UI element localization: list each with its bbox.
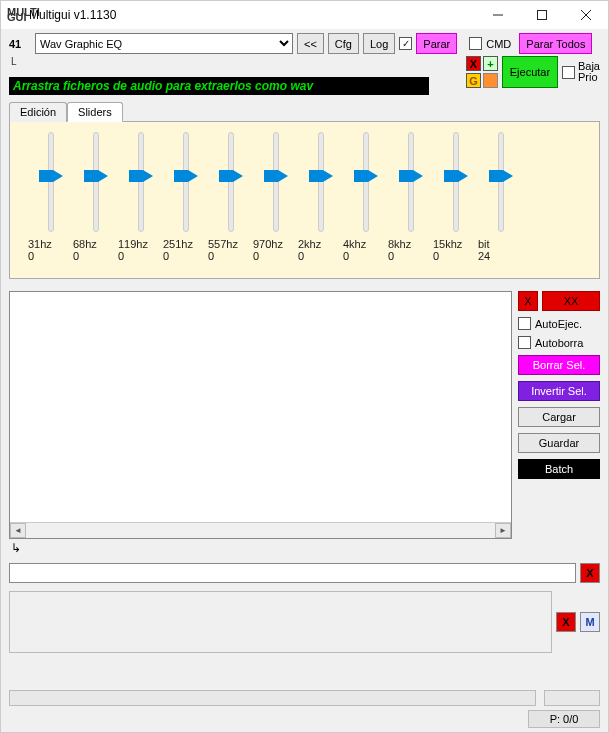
slider-track[interactable] <box>401 132 421 232</box>
guardar-button[interactable]: Guardar <box>518 433 600 453</box>
mini-x-button[interactable]: X <box>466 56 481 71</box>
slider-track[interactable] <box>221 132 241 232</box>
slider-freq-label: 251hz <box>163 238 208 250</box>
slider-thumb-icon[interactable] <box>39 170 63 182</box>
slider-thumb-icon[interactable] <box>399 170 423 182</box>
slider-thumb-icon[interactable] <box>309 170 333 182</box>
l-label: L <box>11 56 466 67</box>
slider-value-label: 0 <box>163 250 208 262</box>
slider-track[interactable] <box>446 132 466 232</box>
status-bar: P: 0/0 <box>9 710 600 728</box>
slider-2khz: 2khz0 <box>298 132 343 274</box>
text-input-row-1: X <box>9 563 600 583</box>
input2-x-button[interactable]: X <box>556 612 576 632</box>
svg-marker-4 <box>39 170 63 182</box>
toolbar: 41 Wav Graphic EQ << Cfg Log Parar CMD P… <box>9 33 600 54</box>
svg-marker-9 <box>264 170 288 182</box>
parar-todos-button[interactable]: Parar Todos <box>519 33 592 54</box>
svg-rect-1 <box>538 11 547 20</box>
sliders-panel: 31hz068hz0119hz0251hz0557hz0970hz02khz04… <box>9 121 600 279</box>
slider-251hz: 251hz0 <box>163 132 208 274</box>
minimize-button[interactable] <box>476 1 520 29</box>
slider-track[interactable] <box>41 132 61 232</box>
slider-thumb-icon[interactable] <box>219 170 243 182</box>
slider-track[interactable] <box>311 132 331 232</box>
slider-value-label: 0 <box>433 250 478 262</box>
list-side-buttons: X XX AutoEjec. Autoborra Borrar Sel. Inv… <box>518 291 600 539</box>
maximize-button[interactable] <box>520 1 564 29</box>
slider-value-label: 0 <box>298 250 343 262</box>
log-button[interactable]: Log <box>363 33 395 54</box>
autoborra-label: Autoborra <box>535 337 583 349</box>
preset-select[interactable]: Wav Graphic EQ <box>35 33 293 54</box>
cmd-label: CMD <box>486 38 511 50</box>
slider-freq-label: 68hz <box>73 238 118 250</box>
slider-track[interactable] <box>491 132 511 232</box>
slider-thumb-icon[interactable] <box>129 170 153 182</box>
borrar-sel-button[interactable]: Borrar Sel. <box>518 355 600 375</box>
svg-marker-5 <box>84 170 108 182</box>
mini-g-button[interactable]: G <box>466 73 481 88</box>
slider-freq-label: 15khz <box>433 238 478 250</box>
m-button[interactable]: M <box>580 612 600 632</box>
slider-track[interactable] <box>131 132 151 232</box>
autoborra-checkbox[interactable] <box>518 336 531 349</box>
slider-thumb-icon[interactable] <box>354 170 378 182</box>
drop-banner: Arrastra ficheros de audio para extraerl… <box>9 77 429 95</box>
svg-marker-10 <box>309 170 333 182</box>
autoejec-checkbox[interactable] <box>518 317 531 330</box>
invertir-sel-button[interactable]: Invertir Sel. <box>518 381 600 401</box>
side-xx-button[interactable]: XX <box>542 291 600 311</box>
slider-track[interactable] <box>266 132 286 232</box>
file-listbox[interactable]: ◄ ► <box>9 291 512 539</box>
slider-thumb-icon[interactable] <box>489 170 513 182</box>
cmd-checkbox[interactable] <box>469 37 482 50</box>
svg-marker-7 <box>174 170 198 182</box>
batch-button[interactable]: Batch <box>518 459 600 479</box>
app-logo: MULTIGUI <box>7 7 23 23</box>
slider-970hz: 970hz0 <box>253 132 298 274</box>
text-input-1[interactable] <box>9 563 576 583</box>
autoejec-label: AutoEjec. <box>535 318 582 330</box>
text-input-row-2: X M <box>9 591 600 653</box>
progress-bar-main <box>9 690 536 706</box>
slider-value-label: 24 <box>478 250 523 262</box>
slider-8khz: 8khz0 <box>388 132 433 274</box>
slider-thumb-icon[interactable] <box>174 170 198 182</box>
cfg-button[interactable]: Cfg <box>328 33 359 54</box>
output-area[interactable] <box>9 591 552 653</box>
back-button[interactable]: << <box>297 33 324 54</box>
scroll-right-icon[interactable]: ► <box>495 523 511 538</box>
slider-15khz: 15khz0 <box>433 132 478 274</box>
input1-x-button[interactable]: X <box>580 563 600 583</box>
slider-freq-label: 8khz <box>388 238 433 250</box>
slider-freq-label: 970hz <box>253 238 298 250</box>
slider-value-label: 0 <box>73 250 118 262</box>
slider-value-label: 0 <box>118 250 163 262</box>
ejecutar-button[interactable]: Ejecutar <box>502 56 558 88</box>
parar-button[interactable]: Parar <box>416 33 457 54</box>
cargar-button[interactable]: Cargar <box>518 407 600 427</box>
slider-thumb-icon[interactable] <box>264 170 288 182</box>
svg-marker-6 <box>129 170 153 182</box>
slider-track[interactable] <box>86 132 106 232</box>
slider-thumb-icon[interactable] <box>444 170 468 182</box>
mini-plus-button[interactable]: + <box>483 56 498 71</box>
slider-track[interactable] <box>176 132 196 232</box>
baja-prio-checkbox[interactable] <box>562 66 575 79</box>
preset-number: 41 <box>9 38 31 50</box>
log-checkbox[interactable] <box>399 37 412 50</box>
close-button[interactable] <box>564 1 608 29</box>
scroll-left-icon[interactable]: ◄ <box>10 523 26 538</box>
tab-sliders[interactable]: Sliders <box>67 102 123 122</box>
window-title: Multigui v1.1130 <box>29 8 476 22</box>
tab-edicion[interactable]: Edición <box>9 102 67 122</box>
list-hscrollbar[interactable]: ◄ ► <box>10 522 511 538</box>
side-x-button[interactable]: X <box>518 291 538 311</box>
slider-track[interactable] <box>356 132 376 232</box>
slider-freq-label: 31hz <box>28 238 73 250</box>
slider-thumb-icon[interactable] <box>84 170 108 182</box>
mini-orange-button[interactable] <box>483 73 498 88</box>
slider-31hz: 31hz0 <box>28 132 73 274</box>
slider-freq-label: 119hz <box>118 238 163 250</box>
